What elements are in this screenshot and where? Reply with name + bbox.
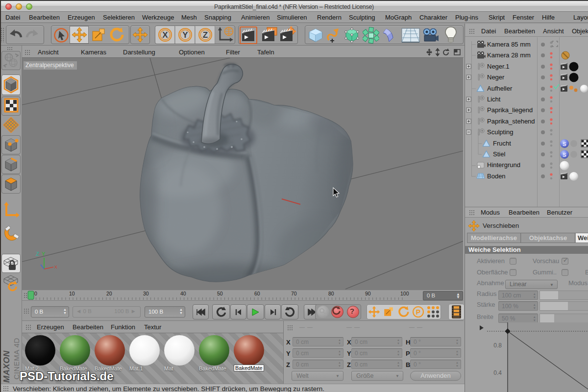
svg-text:0.4: 0.4 xyxy=(493,369,502,376)
svg-text:40: 40 xyxy=(180,291,186,296)
svg-text:X: X xyxy=(162,30,168,40)
svg-text:80: 80 xyxy=(328,291,334,296)
svg-text:Z: Z xyxy=(203,30,208,40)
svg-text:0: 0 xyxy=(34,291,37,296)
svg-text:Z: Z xyxy=(36,251,39,257)
svg-text:50: 50 xyxy=(217,291,223,296)
svg-text:30: 30 xyxy=(143,291,149,296)
svg-text:20: 20 xyxy=(106,291,112,296)
svg-text:0.8: 0.8 xyxy=(493,342,502,349)
svg-text:Y: Y xyxy=(42,251,46,257)
svg-text:X: X xyxy=(54,265,57,270)
svg-text:60: 60 xyxy=(254,291,260,296)
svg-text:Y: Y xyxy=(182,30,188,40)
svg-text:70: 70 xyxy=(291,291,297,296)
svg-text:P: P xyxy=(416,308,420,316)
svg-text:100: 100 xyxy=(400,291,409,296)
svg-text:90: 90 xyxy=(365,291,371,296)
svg-text:10: 10 xyxy=(69,291,75,296)
